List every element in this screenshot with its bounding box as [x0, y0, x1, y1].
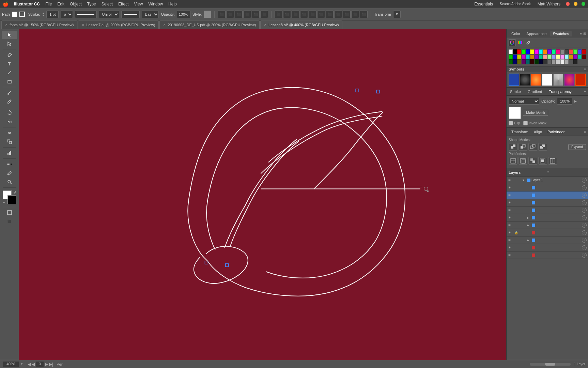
zoom-input[interactable]	[3, 361, 19, 367]
scale-tool[interactable]	[2, 138, 17, 146]
swap-colors-icon[interactable]: ⇌	[14, 190, 16, 194]
layer-eye-icon[interactable]: 👁	[508, 224, 513, 227]
layer-row[interactable]: 👁 ○	[507, 191, 588, 199]
dist-sp5-btn[interactable]: ⬛	[360, 11, 368, 18]
outline-btn[interactable]	[548, 157, 557, 165]
swatch[interactable]	[517, 55, 521, 59]
swatch[interactable]	[522, 55, 526, 59]
pencil-tool[interactable]	[2, 97, 17, 106]
swatch[interactable]	[535, 49, 539, 54]
swatch[interactable]	[543, 59, 547, 64]
swatch[interactable]	[530, 55, 534, 59]
stroke-type-select[interactable]: Uniform	[99, 11, 119, 18]
menu-edit[interactable]: Edit	[57, 2, 64, 6]
dist-v3-btn[interactable]: ⬛	[317, 11, 325, 18]
gradient-tab[interactable]: Gradient	[524, 89, 545, 94]
pathfinder-tab-btn[interactable]: Pathfinder	[545, 129, 567, 135]
swatch[interactable]	[560, 49, 564, 54]
menu-effect[interactable]: Effect	[118, 2, 128, 6]
swatch[interactable]	[522, 59, 526, 64]
swatch[interactable]	[569, 59, 573, 64]
tab-swatches[interactable]: Swatches	[550, 31, 572, 36]
align-right-btn[interactable]: ⬛	[235, 11, 243, 18]
traffic-yellow[interactable]	[574, 2, 577, 6]
opacity-arrow-icon[interactable]: ▶	[574, 99, 577, 103]
swatch[interactable]	[552, 59, 556, 64]
merge-btn[interactable]	[528, 157, 537, 165]
stroke-style-select[interactable]: Basic	[142, 11, 159, 18]
swatch[interactable]	[556, 49, 560, 54]
dist-v-btn[interactable]: ⬛	[283, 11, 291, 18]
layer-eye-icon[interactable]: 👁	[508, 186, 513, 189]
swatch[interactable]	[539, 49, 543, 54]
swatch[interactable]	[573, 55, 577, 59]
swatch[interactable]	[556, 59, 560, 64]
swatch[interactable]	[547, 55, 552, 59]
tab-close-2[interactable]: ✕	[82, 23, 84, 27]
layer-visibility-indicator[interactable]: ○	[582, 253, 587, 258]
swatch[interactable]	[569, 49, 573, 54]
dist-sp-btn[interactable]: ⬛	[326, 11, 334, 18]
layer-lock-icon[interactable]: 🔒	[514, 231, 520, 234]
traffic-green[interactable]	[582, 2, 585, 6]
exclude-btn[interactable]	[538, 143, 547, 151]
swatch[interactable]	[526, 49, 530, 54]
canvas-area[interactable]	[19, 29, 506, 360]
eyedropper-small-icon[interactable]	[525, 39, 532, 46]
swatch[interactable]	[552, 55, 556, 59]
swatch[interactable]	[578, 55, 582, 59]
panel-list-view-icon[interactable]: ⊞	[583, 32, 586, 35]
paintbrush-tool[interactable]	[2, 89, 17, 97]
warp-tool[interactable]	[2, 129, 17, 137]
swatch[interactable]	[552, 49, 556, 54]
menu-object[interactable]: Object	[70, 2, 82, 6]
swatch[interactable]	[509, 49, 513, 54]
invert-mask-checkbox-label[interactable]: Invert Mask	[523, 121, 546, 125]
divide-btn[interactable]	[509, 157, 517, 165]
panel-grid-view-icon[interactable]: ≡	[580, 32, 582, 35]
reflect-tool[interactable]	[2, 118, 17, 126]
swatch[interactable]	[509, 59, 513, 64]
style-swatch[interactable]	[204, 11, 211, 18]
layer-visibility-indicator[interactable]: ○	[582, 178, 587, 183]
swatch[interactable]	[522, 49, 526, 54]
traffic-red[interactable]	[566, 2, 570, 6]
next-page-btn[interactable]: ▶	[45, 362, 48, 367]
artboard-tool[interactable]: ⬛	[2, 217, 17, 226]
rect-tool[interactable]	[2, 77, 17, 86]
swatch[interactable]	[578, 49, 582, 54]
swatch[interactable]	[543, 49, 547, 54]
swatch[interactable]	[539, 55, 543, 59]
swatch[interactable]	[513, 59, 517, 64]
pen-tool[interactable]	[2, 51, 17, 59]
symbols-menu-icon[interactable]: ≡	[584, 67, 586, 71]
transform-more-btn[interactable]: ▼	[393, 11, 401, 18]
make-mask-button[interactable]: Make Mask	[523, 110, 548, 116]
symbol-2[interactable]	[520, 74, 530, 86]
swatch[interactable]	[573, 49, 577, 54]
apple-icon[interactable]: 🍎	[3, 1, 9, 7]
menu-file[interactable]: File	[45, 2, 52, 6]
opacity-value-input[interactable]	[557, 98, 572, 105]
layer-visibility-indicator[interactable]: ○	[582, 223, 587, 228]
swatch[interactable]	[530, 59, 534, 64]
menu-help[interactable]: Help	[168, 2, 177, 6]
pathfinder-panel-menu-icon[interactable]: ≡	[584, 130, 586, 134]
default-colors-icon[interactable]: ↩	[3, 201, 5, 204]
last-page-btn[interactable]: ▶|	[49, 362, 53, 367]
swatch[interactable]	[539, 59, 543, 64]
swatch[interactable]	[526, 59, 530, 64]
layer-eye-icon[interactable]: 👁	[508, 179, 513, 182]
dist-h3-btn[interactable]: ⬛	[309, 11, 316, 18]
swatch[interactable]	[517, 49, 521, 54]
prev-page-btn[interactable]: ◀	[32, 362, 35, 367]
swatch[interactable]	[556, 55, 560, 59]
layer-expand-icon[interactable]: ▶	[527, 216, 531, 219]
symbol-6[interactable]	[564, 74, 575, 86]
menu-window[interactable]: Window	[148, 2, 163, 6]
align-bottom-btn[interactable]: ⬛	[260, 11, 268, 18]
layer-visibility-indicator[interactable]: ○	[582, 215, 587, 220]
gradient-tool[interactable]	[2, 160, 17, 168]
menu-type[interactable]: Type	[87, 2, 96, 6]
line-tool[interactable]	[2, 68, 17, 77]
